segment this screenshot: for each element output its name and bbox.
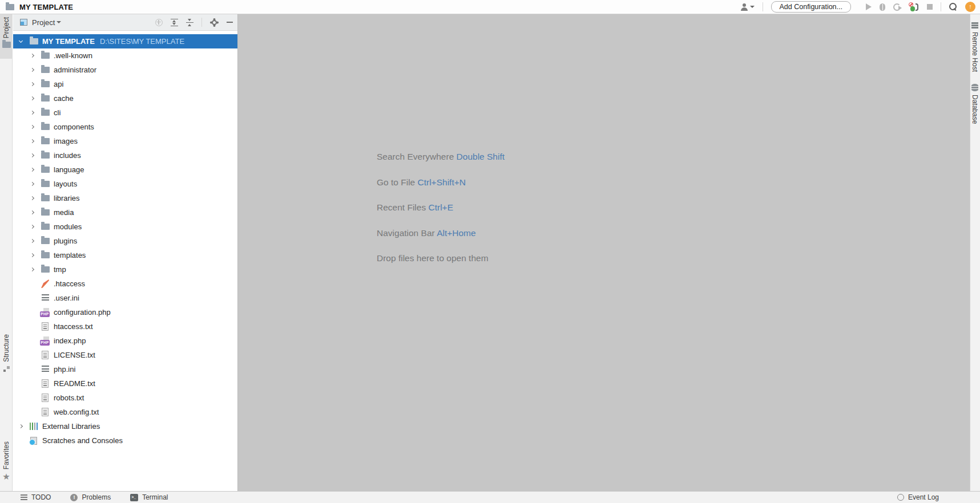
tree-item[interactable]: libraries bbox=[13, 191, 237, 205]
chevron-expanded-icon[interactable] bbox=[18, 38, 25, 45]
hide-panel-icon[interactable] bbox=[227, 22, 233, 23]
tree-item[interactable]: web.config.txt bbox=[13, 405, 237, 419]
tree-item-label: language bbox=[54, 165, 84, 174]
tree-item[interactable]: components bbox=[13, 120, 237, 134]
add-configuration-button[interactable]: Add Configuration... bbox=[771, 1, 852, 13]
tree-item[interactable]: api bbox=[13, 77, 237, 91]
chevron-collapsed-icon[interactable] bbox=[29, 266, 36, 273]
chevron-collapsed-icon[interactable] bbox=[29, 138, 36, 145]
tree-item-label: External Libraries bbox=[42, 422, 100, 431]
chevron-collapsed-icon[interactable] bbox=[29, 95, 36, 102]
folder-icon bbox=[41, 167, 50, 173]
tree-item[interactable]: .htaccess bbox=[13, 277, 237, 291]
tree-item[interactable]: images bbox=[13, 134, 237, 148]
problems-icon: ! bbox=[70, 494, 78, 501]
tree-item[interactable]: php.ini bbox=[13, 362, 237, 376]
chevron-placeholder bbox=[29, 323, 36, 330]
chevron-collapsed-icon[interactable] bbox=[29, 52, 36, 59]
chevron-collapsed-icon[interactable] bbox=[29, 152, 36, 159]
tree-item[interactable]: robots.txt bbox=[13, 391, 237, 405]
tree-item-label: robots.txt bbox=[54, 394, 84, 402]
vcs-user-menu[interactable] bbox=[740, 3, 755, 11]
tree-item[interactable]: layouts bbox=[13, 177, 237, 191]
tree-item-label: plugins bbox=[54, 237, 77, 245]
tree-item[interactable]: LICENSE.txt bbox=[13, 348, 237, 362]
root-name: MY TEMPLATE bbox=[42, 37, 95, 46]
tree-item[interactable]: administrator bbox=[13, 63, 237, 77]
listen-debug-connections-button[interactable] bbox=[909, 3, 919, 11]
tree-item[interactable]: .well-known bbox=[13, 48, 237, 63]
tool-window-button-database[interactable]: Database bbox=[970, 84, 980, 124]
statusbar-item-event-log[interactable]: Event Log bbox=[897, 493, 939, 501]
tree-item[interactable]: PHPindex.php bbox=[13, 334, 237, 348]
tree-item-label: index.php bbox=[54, 336, 86, 345]
chevron-collapsed-icon[interactable] bbox=[29, 81, 36, 88]
project-tab-label: Project bbox=[2, 17, 10, 38]
text-icon bbox=[42, 322, 49, 331]
star-icon: ★ bbox=[2, 473, 10, 481]
stop-button[interactable] bbox=[927, 4, 933, 10]
tree-item-label: cli bbox=[54, 108, 61, 117]
chevron-down-icon bbox=[750, 6, 755, 8]
locate-file-icon[interactable] bbox=[155, 19, 163, 26]
tool-window-button-favorites[interactable]: Favorites ★ bbox=[0, 439, 13, 489]
tree-item[interactable]: PHPconfiguration.php bbox=[13, 305, 237, 319]
collapse-all-icon[interactable] bbox=[186, 19, 193, 26]
tree-item[interactable]: plugins bbox=[13, 234, 237, 248]
tree-item[interactable]: cli bbox=[13, 106, 237, 120]
remote-host-label: Remote Host bbox=[971, 32, 979, 72]
statusbar-item-todo[interactable]: TODO bbox=[21, 493, 51, 501]
chevron-collapsed-icon[interactable] bbox=[18, 423, 25, 430]
tool-window-button-remote-host[interactable]: Remote Host bbox=[970, 22, 980, 72]
tool-window-button-project[interactable]: Project bbox=[0, 14, 13, 59]
tree-item-label: php.ini bbox=[54, 365, 75, 374]
shortcut-hint-line: Search Everywhere Double Shift bbox=[377, 151, 505, 163]
shortcut-hint-line: Go to File Ctrl+Shift+N bbox=[377, 177, 505, 188]
chevron-collapsed-icon[interactable] bbox=[29, 167, 36, 173]
tree-root-row[interactable]: MY TEMPLATE D:\SITES\MY TEMPLATE bbox=[13, 34, 237, 48]
chevron-collapsed-icon[interactable] bbox=[29, 195, 36, 202]
tree-item-label: cache bbox=[54, 94, 74, 103]
tree-item-label: Scratches and Consoles bbox=[42, 436, 123, 445]
statusbar-item-problems[interactable]: !Problems bbox=[70, 493, 111, 501]
tree-item[interactable]: templates bbox=[13, 248, 237, 262]
chevron-collapsed-icon[interactable] bbox=[29, 238, 36, 245]
chevron-collapsed-icon[interactable] bbox=[29, 109, 36, 116]
tree-item[interactable]: language bbox=[13, 163, 237, 177]
tree-item[interactable]: media bbox=[13, 205, 237, 220]
project-panel-title[interactable]: Project bbox=[32, 18, 55, 27]
structure-tab-label: Structure bbox=[2, 334, 10, 362]
tree-item[interactable]: tmp bbox=[13, 262, 237, 277]
gear-icon[interactable] bbox=[212, 20, 217, 25]
tree-item[interactable]: htaccess.txt bbox=[13, 319, 237, 334]
tree-item[interactable]: cache bbox=[13, 91, 237, 106]
search-everywhere-icon[interactable] bbox=[949, 3, 957, 11]
tree-item[interactable]: Scratches and Consoles bbox=[13, 433, 237, 448]
expand-all-icon[interactable] bbox=[171, 19, 178, 26]
folder-icon bbox=[30, 38, 38, 44]
chevron-down-icon[interactable] bbox=[57, 21, 61, 23]
folder-icon bbox=[41, 181, 50, 187]
run-with-coverage-button[interactable] bbox=[893, 3, 901, 11]
chevron-collapsed-icon[interactable] bbox=[29, 252, 36, 259]
tree-item-label: layouts bbox=[54, 180, 77, 188]
tree-item[interactable]: External Libraries bbox=[13, 419, 237, 433]
tree-item[interactable]: README.txt bbox=[13, 376, 237, 391]
statusbar-item-label: Problems bbox=[82, 493, 111, 501]
tool-window-button-structure[interactable]: Structure bbox=[0, 331, 13, 383]
tree-item[interactable]: includes bbox=[13, 148, 237, 163]
update-available-icon[interactable]: ↑ bbox=[965, 2, 975, 12]
chevron-collapsed-icon[interactable] bbox=[29, 181, 36, 188]
debug-button[interactable] bbox=[880, 3, 885, 11]
database-icon bbox=[971, 84, 978, 91]
statusbar-item-label: Event Log bbox=[908, 493, 939, 501]
run-button[interactable] bbox=[866, 3, 872, 10]
tree-item[interactable]: modules bbox=[13, 220, 237, 234]
tree-item[interactable]: .user.ini bbox=[13, 291, 237, 305]
chevron-collapsed-icon[interactable] bbox=[29, 209, 36, 216]
chevron-collapsed-icon[interactable] bbox=[29, 67, 36, 74]
statusbar-item-terminal[interactable]: >_Terminal bbox=[130, 493, 168, 501]
chevron-collapsed-icon[interactable] bbox=[29, 124, 36, 131]
chevron-collapsed-icon[interactable] bbox=[29, 224, 36, 230]
root-path: D:\SITES\MY TEMPLATE bbox=[100, 37, 184, 46]
